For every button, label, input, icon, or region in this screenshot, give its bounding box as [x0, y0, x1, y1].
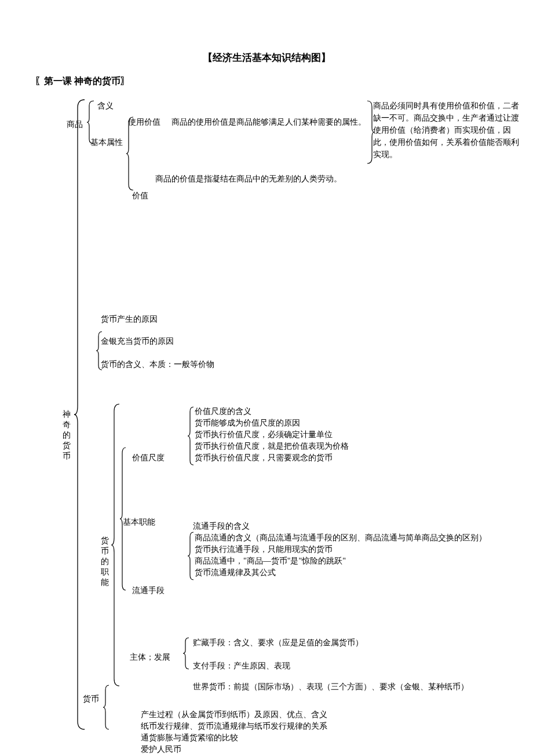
node-huobi-label: 货币: [83, 693, 99, 706]
node-zhucang: 贮藏手段：含义、要求（应是足值的金属货币）: [193, 637, 363, 649]
brace-note-right: [366, 100, 374, 165]
node-jiazhi-chidu: 价值尺度: [132, 452, 165, 464]
node-hanyi: 含义: [97, 100, 114, 112]
node-zhuti-fazhan: 主体；发展: [130, 651, 170, 664]
node-huobi-hanyi-benzhi: 货币的含义、本质：一般等价物: [101, 358, 214, 371]
root-brace: [74, 99, 87, 730]
lts-item-3: 货币流通规律及其公式: [195, 567, 276, 579]
node-jinyin: 金银充当货币的原因: [101, 335, 174, 348]
desc-jiazhi: 商品的价值是指凝结在商品中的无差别的人类劳动。: [155, 173, 342, 186]
jcd-item-4: 货币执行价值尺度，只需要观念的货币: [195, 452, 333, 464]
page: 【经济生活基本知识结构图】 〖第一课 神奇的货币〗 神 奇 的 货 币 商品 含…: [0, 0, 533, 756]
jcd-item-3: 货币执行价值尺度，就是把价值表现为价格: [195, 441, 349, 452]
bottom-item-0: 产生过程（从金属货币到纸币）及原因、优点、含义: [141, 709, 327, 721]
lesson-subtitle: 〖第一课 神奇的货币〗: [35, 75, 130, 88]
lts-hanyi: 流通手段的含义: [193, 521, 250, 532]
brace-zhuti: [183, 637, 191, 670]
lts-item-0: 商品流通的含义（商品流通与流通手段的区别、商品流通与简单商品交换的区别）: [195, 532, 487, 544]
lts-item-1: 货币执行流通手段，只能用现实的货币: [195, 544, 333, 555]
jcd-item-0: 价值尺度的含义: [195, 406, 251, 417]
node-liutong-shouduan: 流通手段: [132, 584, 165, 597]
lts-item-2: 商品流通中，"商品—货币"是"惊险的跳跃": [195, 555, 346, 567]
bottom-item-1: 纸币发行规律、货币流通规律与纸币发行规律的关系: [141, 721, 327, 732]
brace-huobi-bottom: [103, 684, 111, 730]
bottom-item-2: 通货膨胀与通货紧缩的比较: [141, 732, 238, 744]
node-shangpin: 商品: [67, 118, 83, 131]
note-right: 商品必须同时具有使用价值和价值，二者缺一不可。商品交换中，生产者通过让渡使用价值…: [373, 100, 524, 161]
brace-jiben-zhineng: [120, 446, 128, 591]
node-huobi-chansheng: 货币产生的原因: [101, 313, 158, 326]
desc-shiyong-jiazhi: 商品的使用价值是商品能够满足人们某种需要的属性。: [171, 116, 366, 129]
node-shijie-huobi: 世界货币：前提（国际市场）、表现（三个方面）、要求（金银、某种纸币）: [193, 681, 469, 693]
jcd-item-2: 货币执行价值尺度，必须确定计量单位: [195, 429, 333, 441]
node-jiazhi: 价值: [132, 190, 148, 202]
jcd-item-1: 货币能够成为价值尺度的原因: [195, 417, 300, 429]
root-label: 神 奇 的 货 币: [63, 409, 72, 461]
node-shiyong-jiazhi: 使用价值: [128, 116, 160, 129]
node-zhifu: 支付手段：产生原因、表现: [193, 660, 290, 673]
node-jiben-shuxing: 基本属性: [90, 136, 123, 149]
bottom-item-3: 爱护人民币: [141, 744, 181, 755]
node-huobi-zhineng: 货 币 的 职 能: [101, 536, 110, 588]
page-title: 【经济生活基本知识结构图】: [0, 51, 533, 64]
